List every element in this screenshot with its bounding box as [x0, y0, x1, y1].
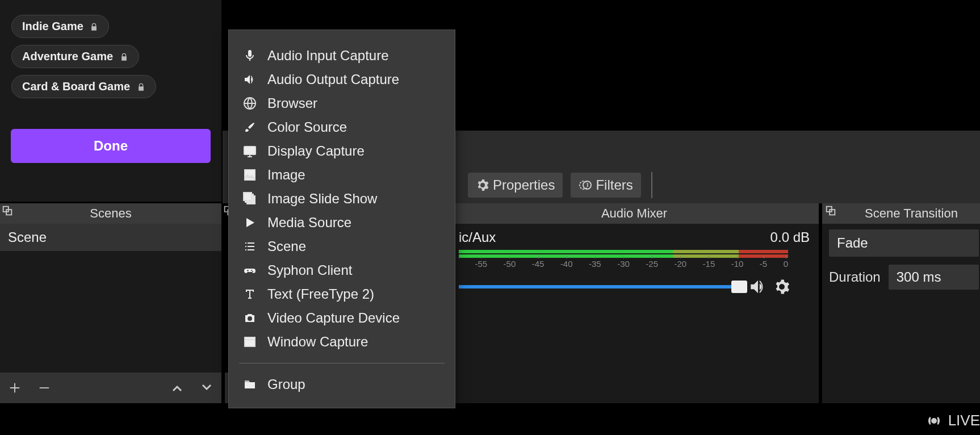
speaker-icon	[241, 71, 258, 88]
ctx-label: Video Capture Device	[267, 310, 400, 326]
ctx-media-source[interactable]: Media Source	[236, 211, 448, 235]
scenes-list: Scene	[0, 224, 221, 373]
move-up-button[interactable]	[162, 373, 192, 403]
ctx-image-slideshow[interactable]: Image Slide Show	[236, 187, 448, 211]
audio-mixer-title: Audio Mixer	[450, 203, 819, 224]
ctx-text[interactable]: Text (FreeType 2)	[236, 282, 448, 306]
tag-label: Indie Game	[22, 20, 83, 32]
left-config-panel: Indie Game Adventure Game Card & Board G…	[0, 0, 221, 202]
popout-icon[interactable]	[1, 204, 14, 217]
ctx-audio-output-capture[interactable]: Audio Output Capture	[236, 68, 448, 91]
ctx-label: Syphon Client	[267, 262, 352, 278]
volume-slider[interactable]	[459, 285, 743, 288]
ctx-display-capture[interactable]: Display Capture	[236, 139, 448, 163]
ctx-label: Window Capture	[267, 334, 368, 350]
ctx-window-capture[interactable]: Window Capture	[236, 330, 448, 354]
list-icon	[241, 238, 258, 255]
mixer-channel-level: 0.0 dB	[770, 229, 810, 245]
tick: -10	[731, 259, 744, 273]
duration-input[interactable]: 300 ms	[889, 265, 979, 290]
brush-icon	[241, 119, 258, 136]
ctx-scene[interactable]: Scene	[236, 235, 448, 258]
ctx-label: Scene	[267, 239, 306, 254]
tag-indie-game[interactable]: Indie Game	[11, 15, 109, 38]
menu-separator	[239, 363, 445, 363]
popout-icon[interactable]	[824, 204, 837, 217]
ctx-color-source[interactable]: Color Source	[236, 115, 448, 139]
duration-label: Duration	[829, 269, 881, 285]
text-icon	[241, 286, 258, 303]
stack-icon	[241, 190, 258, 207]
tick: -45	[532, 259, 545, 273]
live-indicator: LIVE	[925, 412, 980, 429]
svg-rect-9	[245, 337, 255, 346]
remove-scene-button[interactable]	[30, 373, 59, 403]
transitions-panel: Fade Duration 300 ms	[822, 224, 980, 403]
tick: -30	[617, 259, 630, 273]
ctx-syphon-client[interactable]: Syphon Client	[236, 258, 448, 282]
monitor-icon	[241, 143, 258, 160]
add-scene-button[interactable]	[0, 373, 30, 403]
image-icon	[241, 166, 258, 183]
filters-label: Filters	[596, 177, 633, 193]
tick: -50	[504, 259, 516, 273]
minus-icon	[38, 382, 51, 394]
chevron-down-icon	[200, 381, 213, 395]
audio-mixer-panel: ic/Aux 0.0 dB -55 -50 -45 -40 -35 -30 -2…	[450, 224, 819, 403]
ctx-audio-input-capture[interactable]: Audio Input Capture	[236, 44, 448, 68]
tag-label: Adventure Game	[22, 50, 113, 62]
ctx-label: Group	[267, 377, 305, 392]
tag-label: Card & Board Game	[22, 80, 130, 93]
ctx-image[interactable]: Image	[236, 163, 448, 187]
camera-icon	[241, 309, 258, 327]
properties-label: Properties	[493, 177, 555, 193]
properties-button[interactable]: Properties	[468, 173, 563, 198]
lock-icon	[120, 53, 128, 61]
ctx-label: Image	[267, 167, 305, 183]
meter-ticks: -55 -50 -45 -40 -35 -30 -25 -20 -15 -10 …	[459, 259, 788, 273]
ctx-label: Image Slide Show	[267, 191, 377, 207]
ctx-label: Text (FreeType 2)	[267, 286, 374, 302]
ctx-label: Browser	[267, 95, 317, 111]
gamepad-icon	[241, 262, 258, 279]
source-editor-buttons: Properties Filters	[468, 170, 652, 200]
folder-icon	[241, 376, 258, 393]
audio-meter	[459, 250, 788, 253]
add-source-context-menu: Audio Input Capture Audio Output Capture…	[228, 30, 455, 408]
globe-icon	[241, 95, 258, 112]
tick: -55	[475, 259, 487, 273]
tag-card-board-game[interactable]: Card & Board Game	[11, 75, 156, 98]
tick: 0	[784, 259, 788, 273]
transition-select[interactable]: Fade	[829, 229, 979, 257]
svg-rect-4	[244, 147, 256, 154]
ctx-label: Audio Output Capture	[267, 72, 399, 87]
ctx-video-capture[interactable]: Video Capture Device	[236, 306, 448, 330]
tick: -35	[589, 259, 601, 273]
ctx-label: Audio Input Capture	[267, 48, 388, 64]
scenes-panel-title: Scenes	[0, 203, 221, 224]
ctx-label: Display Capture	[267, 143, 365, 159]
ctx-label: Media Source	[267, 215, 351, 231]
slider-thumb[interactable]	[731, 281, 747, 293]
ctx-group[interactable]: Group	[236, 373, 448, 396]
scenes-toolbar	[0, 373, 221, 403]
tick: -15	[703, 259, 715, 273]
mic-icon	[241, 47, 258, 64]
gear-icon[interactable]	[773, 278, 790, 295]
tag-adventure-game[interactable]: Adventure Game	[11, 45, 139, 68]
tick: -20	[674, 259, 686, 273]
move-down-button[interactable]	[192, 373, 221, 403]
live-label: LIVE	[948, 412, 980, 429]
window-icon	[241, 333, 258, 350]
play-icon	[241, 214, 258, 231]
ctx-browser[interactable]: Browser	[236, 91, 448, 115]
speaker-icon[interactable]	[748, 277, 768, 296]
done-button[interactable]: Done	[11, 129, 211, 163]
tick: -5	[760, 259, 767, 273]
transitions-title: Scene Transition	[822, 203, 980, 224]
gear-icon	[476, 178, 489, 192]
plus-icon	[9, 382, 21, 394]
filters-button[interactable]: Filters	[571, 173, 640, 198]
separator	[651, 172, 652, 198]
scene-item[interactable]: Scene	[0, 224, 221, 251]
